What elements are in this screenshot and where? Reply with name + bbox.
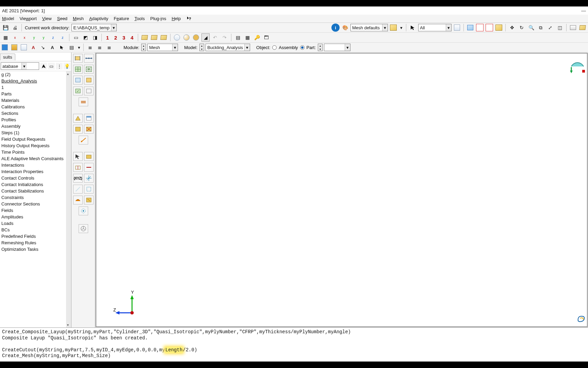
iso-cube-3-icon[interactable] <box>160 33 168 42</box>
datum-axis-icon[interactable] <box>73 185 83 194</box>
view-yx-icon[interactable]: y <box>30 33 38 42</box>
tree-filter-combo[interactable]: atabase ▾ <box>1 62 39 70</box>
part-spin[interactable]: ▴▾ <box>318 44 323 51</box>
select-cursor-icon[interactable] <box>409 24 417 32</box>
view-zx-icon[interactable]: z <box>49 33 57 42</box>
results-tab[interactable]: sults <box>0 53 15 60</box>
delete-mesh-icon[interactable] <box>84 125 94 134</box>
ring-icon[interactable] <box>173 33 181 42</box>
model-combo[interactable]: Buckling_Analysis ▾ <box>206 44 250 51</box>
stack-1-icon[interactable]: ≣ <box>86 43 94 51</box>
tree-item[interactable]: Contact Initializations <box>1 181 71 188</box>
object-assembly-radio[interactable] <box>272 45 277 50</box>
tree-item[interactable]: Amplitudes <box>1 214 71 220</box>
tree-item[interactable]: Calibrations <box>1 104 71 110</box>
grid-icon[interactable]: ▦ <box>243 33 251 42</box>
view-xy-icon[interactable]: x <box>11 33 19 42</box>
model-spin[interactable]: ▴▾ <box>199 44 204 51</box>
key-icon[interactable]: 🔑 <box>253 33 261 42</box>
menu-feature[interactable]: Feature <box>114 16 129 21</box>
seed-part-icon[interactable] <box>73 54 83 63</box>
layout-icon-1[interactable] <box>1 43 9 51</box>
render-style-combo[interactable]: Mesh defaults ▾ <box>350 24 388 31</box>
tree-expand-icon[interactable]: ⮝ <box>40 63 47 70</box>
menu-viewport[interactable]: Viewport <box>19 16 36 21</box>
module-combo[interactable]: Mesh ▾ <box>147 44 178 51</box>
verify-mesh-icon[interactable]: ✓ <box>73 87 83 95</box>
virtual-topo-icon[interactable] <box>73 196 83 204</box>
menu-tools[interactable]: Tools <box>134 16 145 21</box>
chevron-down-icon[interactable]: ▾ <box>382 24 388 31</box>
menu-seed[interactable]: Seed <box>57 16 67 21</box>
edit-mesh-icon[interactable] <box>73 125 83 134</box>
print-icon[interactable]: 🖨 <box>11 24 19 32</box>
tree-item[interactable]: Profiles <box>1 117 71 123</box>
object-part-radio[interactable] <box>300 45 305 50</box>
undo-icon[interactable]: ↶ <box>211 33 219 42</box>
sphere-icon[interactable] <box>182 33 191 42</box>
tree-item[interactable]: Connector Sections <box>1 201 71 207</box>
datum-point-icon[interactable] <box>84 174 94 183</box>
datum-csys-icon[interactable]: (XYZ) <box>73 174 83 183</box>
iso-cube-2-icon[interactable] <box>150 33 158 42</box>
dimension-icon[interactable]: ↘ <box>39 43 47 51</box>
stack-2-icon[interactable]: ≣ <box>96 43 104 51</box>
select-crossing-icon[interactable] <box>476 24 484 32</box>
disc-icon[interactable] <box>192 33 200 42</box>
apply-render-icon[interactable] <box>389 24 397 32</box>
tree-item[interactable]: Contact Controls <box>1 175 71 181</box>
render-flyout-icon[interactable]: ▾ <box>399 24 404 32</box>
top-view-icon[interactable]: ◨ <box>91 33 99 42</box>
menu-mesh[interactable]: Mesh <box>73 16 84 21</box>
tree-item[interactable]: Remeshing Rules <box>1 240 71 246</box>
select-solid-icon[interactable] <box>495 24 503 32</box>
pan-icon[interactable]: ✥ <box>508 24 516 32</box>
shaded-view-icon[interactable] <box>578 24 587 32</box>
tree-item[interactable]: Materials <box>1 97 71 104</box>
tree-settings-icon[interactable]: ⋮ <box>56 63 63 70</box>
tree-item[interactable]: Buckling_Analysis <box>1 78 71 84</box>
select-by-angle-icon[interactable] <box>485 24 493 32</box>
fit-view-icon[interactable]: ⤢ <box>546 24 554 32</box>
tree-item[interactable]: Interaction Properties <box>1 168 71 175</box>
partition-face-icon[interactable] <box>73 163 83 172</box>
cut-plane-icon[interactable]: ◢ <box>201 33 210 42</box>
cycle-view-icon[interactable]: ◫ <box>556 24 564 32</box>
mesh-controls-icon[interactable] <box>84 76 94 85</box>
chevron-down-icon[interactable]: ▾ <box>244 44 250 51</box>
save-icon[interactable]: 💾 <box>1 24 10 32</box>
stack-3-icon[interactable]: ≣ <box>105 43 113 51</box>
menu-view[interactable]: View <box>42 16 52 21</box>
menu-plugins[interactable]: Plug-ins <box>150 16 166 21</box>
rotate-icon[interactable]: ↻ <box>518 24 526 32</box>
mesh-stats-icon[interactable] <box>79 224 88 233</box>
table-small-icon[interactable]: ▤ <box>67 43 76 51</box>
iso-cube-1-icon[interactable] <box>141 33 149 42</box>
select-inside-icon[interactable] <box>466 24 474 32</box>
chevron-down-icon[interactable]: ▾ <box>345 44 350 51</box>
viewport-compass-icon[interactable] <box>570 56 585 76</box>
partition-cursor-icon[interactable] <box>73 152 83 161</box>
redo-icon[interactable]: ↷ <box>220 33 229 42</box>
select-replace-icon[interactable] <box>453 24 461 32</box>
datum-plane-icon[interactable] <box>84 185 94 194</box>
table-flyout-icon[interactable]: ▾ <box>77 43 81 51</box>
layout-icon-3[interactable] <box>20 43 28 51</box>
tree-lightbulb-icon[interactable]: 💡 <box>64 63 70 70</box>
info-icon[interactable]: i <box>331 24 340 32</box>
front-view-icon[interactable]: ▭ <box>72 33 80 42</box>
stored-view-4[interactable]: 4 <box>129 35 135 41</box>
tree-item[interactable]: Constraints <box>1 194 71 201</box>
context-help-icon[interactable]: ? <box>186 16 192 22</box>
tree-item[interactable]: Loads <box>1 220 71 227</box>
window-icon[interactable]: 🗔 <box>262 33 271 42</box>
stored-view-1[interactable]: 1 <box>104 35 111 41</box>
tree-item[interactable]: 1 <box>1 84 71 91</box>
chevron-down-icon[interactable]: ▾ <box>172 44 178 51</box>
assign-stack-icon[interactable] <box>79 97 88 106</box>
geometry-edit-icon[interactable] <box>84 196 94 204</box>
part-combo[interactable]: ▾ <box>324 44 350 51</box>
model-tree[interactable]: g (2)Buckling_Analysis1PartsMaterialsCal… <box>0 71 71 327</box>
viewport[interactable]: Y Z <box>96 53 588 327</box>
tree-item[interactable]: Assembly <box>1 123 71 129</box>
